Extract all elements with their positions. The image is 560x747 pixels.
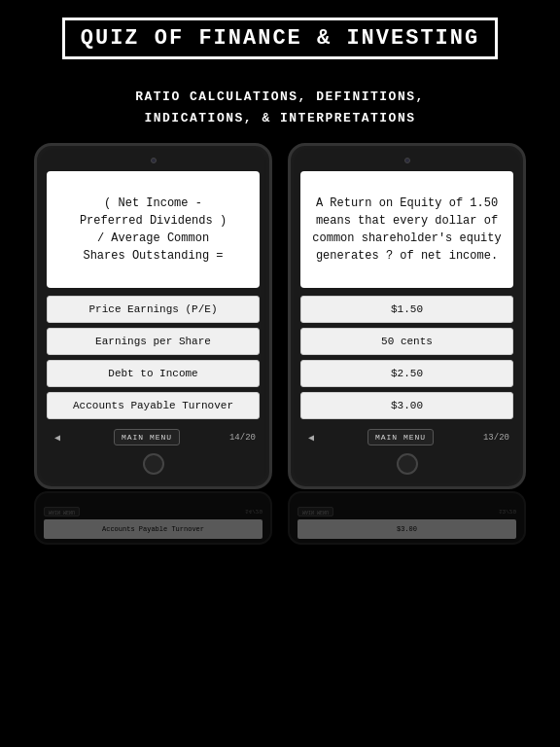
answer-left-0[interactable]: Price Earnings (P/E) xyxy=(47,296,260,323)
speaker-icon-left: ◀ xyxy=(51,431,64,445)
answer-left-3[interactable]: Accounts Payable Turnover xyxy=(47,392,260,419)
camera-right xyxy=(404,158,410,163)
reflection-screen-right: $3.00 xyxy=(298,519,516,539)
tablets-container: ( Net Income - Preferred Dividends ) / A… xyxy=(0,143,560,489)
reflection-bottom-right: MAIN MENU 13/20 xyxy=(298,507,516,516)
app-subtitle: RATIO CALCULATIONS, DEFINITIONS, INDICAT… xyxy=(10,87,550,129)
reflection-row: Accounts Payable Turnover MAIN MENU 14/2… xyxy=(0,491,560,545)
answer-right-0[interactable]: $1.50 xyxy=(300,296,513,323)
question-left: ( Net Income - Preferred Dividends ) / A… xyxy=(80,195,227,265)
page-counter-right: 13/20 xyxy=(483,433,509,443)
answer-left-1[interactable]: Earnings per Share xyxy=(47,328,260,355)
subtitle-text: RATIO CALCULATIONS, DEFINITIONS, INDICAT… xyxy=(135,89,425,125)
answer-left-2[interactable]: Debt to Income xyxy=(47,360,260,387)
reflection-count-right: 13/20 xyxy=(499,509,516,516)
main-menu-button-right[interactable]: MAIN MENU xyxy=(368,429,434,445)
reflection-menu-right: MAIN MENU xyxy=(298,507,333,516)
reflection-tablet-left: Accounts Payable Turnover MAIN MENU 14/2… xyxy=(34,491,272,545)
home-button-right[interactable] xyxy=(397,453,418,475)
bottom-bar-right: ◀ MAIN MENU 13/20 xyxy=(300,427,513,447)
reflection-text-left: Accounts Payable Turnover xyxy=(102,525,204,533)
screen-left: ( Net Income - Preferred Dividends ) / A… xyxy=(47,171,260,288)
app-title: QUIZ OF FINANCE & INVESTING xyxy=(62,18,498,59)
screen-right: A Return on Equity of 1.50 means that ev… xyxy=(300,171,513,288)
answers-right: $1.50 50 cents $2.50 $3.00 xyxy=(300,296,513,419)
reflection-count-left: 14/20 xyxy=(245,509,262,516)
reflection-screen-left: Accounts Payable Turnover xyxy=(44,519,262,539)
reflection-text-right: $3.00 xyxy=(397,525,417,533)
answer-right-1[interactable]: 50 cents xyxy=(300,328,513,355)
speaker-icon-right: ◀ xyxy=(304,431,318,445)
reflection-bottom-left: MAIN MENU 14/20 xyxy=(44,507,262,516)
tablet-right: A Return on Equity of 1.50 means that ev… xyxy=(288,143,526,489)
main-menu-button-left[interactable]: MAIN MENU xyxy=(114,429,180,445)
answers-left: Price Earnings (P/E) Earnings per Share … xyxy=(47,296,260,419)
question-right: A Return on Equity of 1.50 means that ev… xyxy=(308,195,506,265)
tablet-left: ( Net Income - Preferred Dividends ) / A… xyxy=(34,143,272,489)
title-area: QUIZ OF FINANCE & INVESTING xyxy=(0,0,560,69)
camera-left xyxy=(151,158,157,163)
bottom-bar-left: ◀ MAIN MENU 14/20 xyxy=(47,427,260,447)
answer-right-2[interactable]: $2.50 xyxy=(300,360,513,387)
reflection-menu-left: MAIN MENU xyxy=(44,507,80,516)
home-button-left[interactable] xyxy=(143,453,164,475)
page-counter-left: 14/20 xyxy=(229,433,256,443)
answer-right-3[interactable]: $3.00 xyxy=(300,392,513,419)
reflection-tablet-right: $3.00 MAIN MENU 13/20 xyxy=(288,491,526,545)
